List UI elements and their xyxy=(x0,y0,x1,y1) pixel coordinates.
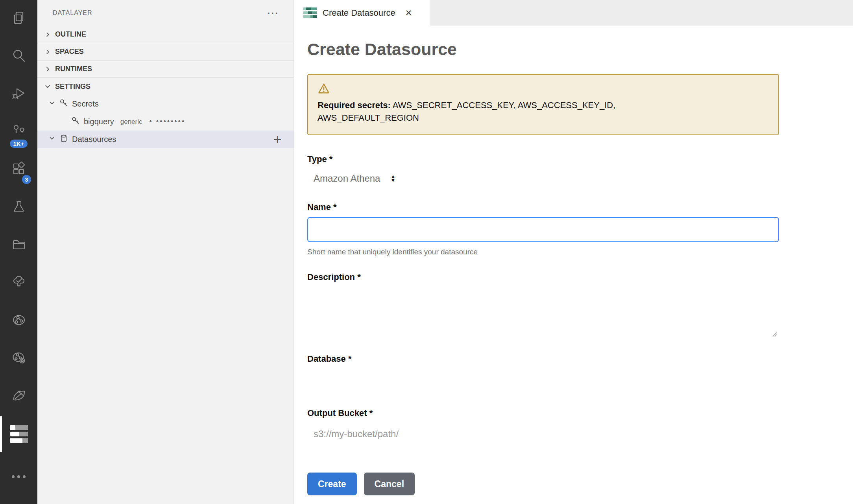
activity-item-kernels[interactable] xyxy=(0,302,37,340)
chevron-down-icon xyxy=(48,99,55,109)
type-label: Type * xyxy=(307,154,779,164)
database-icon xyxy=(59,134,68,145)
type-select-value: Amazon Athena xyxy=(314,173,380,184)
editor-area: Create Datasource ✕ Create Datasource xyxy=(294,0,853,504)
tree-item-label: Secrets xyxy=(72,99,99,109)
key-icon xyxy=(71,116,80,127)
tab-title: Create Datasource xyxy=(323,8,395,18)
resize-handle-icon[interactable] xyxy=(772,331,777,339)
activity-bar: 1K+ 3 xyxy=(0,0,37,504)
secret-masked-value: • •••••••• xyxy=(149,118,185,126)
activity-item-files-browser[interactable] xyxy=(0,226,37,264)
add-datasource-button[interactable]: + xyxy=(273,132,282,147)
database-input[interactable] xyxy=(307,367,779,392)
chevron-right-icon xyxy=(44,48,52,55)
key-icon xyxy=(59,99,68,109)
warning-banner: Required secrets: AWS_SECRET_ACCESS_KEY,… xyxy=(307,74,779,135)
tree-item-datasources[interactable]: Datasources + xyxy=(37,131,294,148)
output-bucket-label: Output Bucket * xyxy=(307,408,779,418)
sidebar-panel: DATALAYER ⋯ OUTLINE SPACES RUNTIMES xyxy=(37,0,294,504)
description-textarea[interactable] xyxy=(307,285,779,340)
activity-item-kernel-inspector[interactable] xyxy=(0,340,37,377)
warning-text: Required secrets: AWS_SECRET_ACCESS_KEY,… xyxy=(318,99,769,124)
activity-item-environments[interactable] xyxy=(0,264,37,302)
warning-prefix: Required secrets: xyxy=(318,100,391,110)
activity-item-datalayer[interactable] xyxy=(0,415,37,453)
search-icon xyxy=(11,48,27,65)
activity-item-explorer[interactable] xyxy=(0,0,37,38)
tree-item-secrets[interactable]: Secrets xyxy=(37,95,294,113)
form-page: Create Datasource Required secrets: AWS_… xyxy=(294,26,853,495)
section-label: SETTINGS xyxy=(55,83,90,91)
tree-item-label: Datasources xyxy=(72,135,116,144)
graph-search-icon xyxy=(11,350,27,367)
name-label: Name * xyxy=(307,202,779,212)
extensions-badge: 3 xyxy=(22,175,31,184)
sidebar-section-outline[interactable]: OUTLINE xyxy=(37,26,294,43)
tree-check-icon xyxy=(11,274,27,292)
warning-triangle-icon xyxy=(318,89,330,96)
activity-item-references[interactable]: 1K+ xyxy=(0,113,37,151)
database-label: Database * xyxy=(307,354,779,364)
sidebar-section-runtimes[interactable]: RUNTIMES xyxy=(37,61,294,78)
graph-circle-icon xyxy=(11,312,27,329)
chevron-right-icon xyxy=(44,66,52,73)
datalayer-tab-logo-icon xyxy=(303,7,317,18)
app-window: 1K+ 3 xyxy=(0,0,853,504)
warning-secrets-line1: AWS_SECRET_ACCESS_KEY, AWS_ACCESS_KEY_ID… xyxy=(391,100,615,110)
cancel-button[interactable]: Cancel xyxy=(364,473,415,495)
datalayer-logo xyxy=(10,425,28,443)
tab-close-icon[interactable]: ✕ xyxy=(405,8,412,18)
activity-item-extensions[interactable]: 3 xyxy=(0,151,37,189)
references-badge: 1K+ xyxy=(10,140,28,148)
sidebar-title: DATALAYER xyxy=(53,9,267,17)
sidebar-section-spaces[interactable]: SPACES xyxy=(37,43,294,61)
tab-bar: Create Datasource ✕ xyxy=(294,0,853,26)
beaker-icon xyxy=(11,199,27,216)
active-indicator xyxy=(0,416,2,452)
files-icon xyxy=(11,10,27,28)
activity-overflow-button[interactable] xyxy=(0,475,37,478)
section-label: RUNTIMES xyxy=(55,65,92,73)
leaf-icon xyxy=(11,388,27,405)
output-bucket-input[interactable] xyxy=(307,421,779,447)
chevron-right-icon xyxy=(44,31,52,38)
select-spinner-icon: ▲▼ xyxy=(390,175,395,182)
section-label: OUTLINE xyxy=(55,30,86,39)
create-button[interactable]: Create xyxy=(307,473,357,495)
page-title: Create Datasource xyxy=(307,40,779,59)
name-input[interactable] xyxy=(307,217,779,242)
debug-play-icon xyxy=(11,86,27,103)
warning-secrets-line2: AWS_DEFAULT_REGION xyxy=(318,113,419,123)
type-select[interactable]: Amazon Athena ▲▼ xyxy=(307,173,437,184)
folder-icon xyxy=(11,237,27,254)
tab-create-datasource[interactable]: Create Datasource ✕ xyxy=(294,0,430,26)
chevron-down-icon xyxy=(44,83,52,90)
activity-item-jupyter[interactable] xyxy=(0,377,37,415)
activity-item-debug[interactable] xyxy=(0,75,37,113)
section-label: SPACES xyxy=(55,48,84,56)
sidebar-section-settings[interactable]: SETTINGS xyxy=(37,78,294,95)
secret-kind: generic xyxy=(120,118,142,126)
name-helper-text: Short name that uniquely identifies your… xyxy=(307,248,779,256)
sidebar-more-icon[interactable]: ⋯ xyxy=(267,11,279,15)
chevron-down-icon xyxy=(48,135,55,144)
activity-item-tests[interactable] xyxy=(0,189,37,226)
sidebar-header: DATALAYER ⋯ xyxy=(37,0,294,26)
description-label: Description * xyxy=(307,272,779,282)
activity-item-search[interactable] xyxy=(0,38,37,75)
references-icon xyxy=(11,123,27,141)
tree-item-secret-bigquery[interactable]: bigquery generic • •••••••• xyxy=(37,113,294,131)
secret-name: bigquery xyxy=(84,117,114,126)
